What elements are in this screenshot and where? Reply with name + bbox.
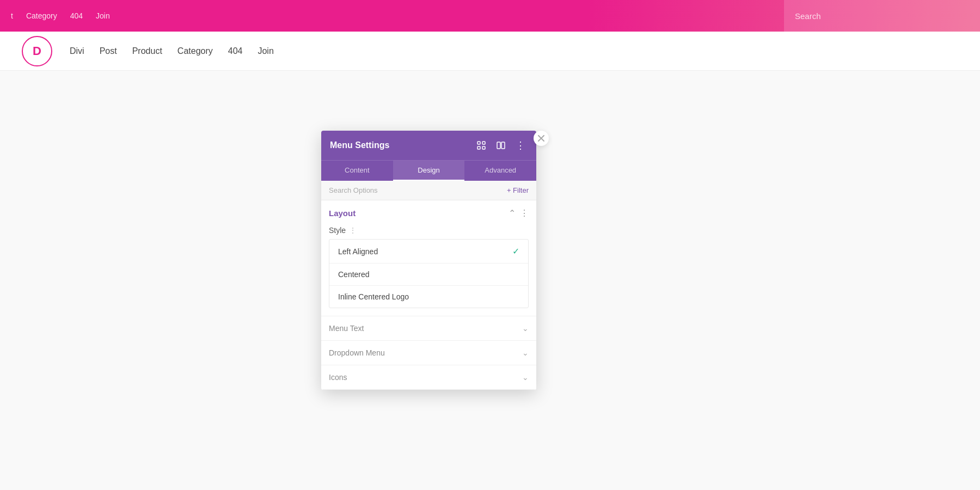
nav-item-divi[interactable]: Divi bbox=[70, 46, 84, 56]
svg-rect-1 bbox=[482, 142, 485, 144]
style-option-left-aligned-label: Left Aligned bbox=[338, 247, 378, 256]
dropdown-menu-chevron: ⌄ bbox=[522, 348, 529, 357]
admin-bar-search-label: Search bbox=[795, 11, 821, 21]
nav-item-join[interactable]: Join bbox=[258, 46, 273, 56]
nav-items: Divi Post Product Category 404 Join bbox=[70, 46, 274, 56]
layout-section-actions: ⌃ ⋮ bbox=[509, 208, 529, 218]
svg-rect-5 bbox=[501, 142, 505, 149]
admin-bar-search[interactable]: Search bbox=[784, 0, 980, 32]
style-option-centered[interactable]: Centered bbox=[329, 264, 528, 286]
layout-section-title: Layout bbox=[329, 209, 356, 218]
dropdown-menu-title: Dropdown Menu bbox=[329, 348, 385, 357]
check-icon: ✓ bbox=[512, 246, 519, 256]
tab-content[interactable]: Content bbox=[321, 161, 393, 181]
admin-bar: t Category 404 Join Search bbox=[0, 0, 980, 32]
tab-advanced[interactable]: Advanced bbox=[464, 161, 536, 181]
svg-rect-3 bbox=[482, 146, 485, 149]
admin-bar-item-join[interactable]: Join bbox=[96, 11, 110, 20]
main-nav: D Divi Post Product Category 404 Join bbox=[0, 32, 980, 71]
search-options-input[interactable]: Search Options bbox=[329, 186, 378, 194]
panel-body: Layout ⌃ ⋮ Style ⋮ Left Aligned ✓ bbox=[321, 200, 536, 390]
nav-item-post[interactable]: Post bbox=[100, 46, 117, 56]
nav-item-product[interactable]: Product bbox=[132, 46, 162, 56]
dropdown-menu-section[interactable]: Dropdown Menu ⌄ bbox=[321, 341, 536, 365]
style-option-inline-centered-logo[interactable]: Inline Centered Logo bbox=[329, 286, 528, 308]
layout-section: Layout ⌃ ⋮ Style ⋮ Left Aligned ✓ bbox=[321, 200, 536, 316]
style-option-centered-label: Centered bbox=[338, 270, 370, 279]
more-options-icon[interactable]: ⋮ bbox=[513, 138, 528, 152]
panel-header: Menu Settings ⋮ bbox=[321, 131, 536, 160]
style-option-left-aligned[interactable]: Left Aligned ✓ bbox=[329, 240, 528, 264]
style-option-inline-centered-logo-label: Inline Centered Logo bbox=[338, 292, 409, 301]
admin-bar-item-404[interactable]: 404 bbox=[70, 11, 83, 20]
layout-section-header: Layout ⌃ ⋮ bbox=[329, 200, 529, 224]
icons-chevron: ⌄ bbox=[522, 373, 529, 382]
layout-more-button[interactable]: ⋮ bbox=[520, 208, 529, 218]
logo[interactable]: D bbox=[22, 36, 52, 66]
filter-button[interactable]: + Filter bbox=[507, 186, 529, 194]
admin-bar-item-category[interactable]: Category bbox=[26, 11, 57, 20]
page-background: Menu Settings ⋮ Content Design Advanced … bbox=[0, 71, 980, 490]
panel-tabs: Content Design Advanced bbox=[321, 160, 536, 181]
tab-design[interactable]: Design bbox=[393, 161, 465, 181]
icons-title: Icons bbox=[329, 373, 347, 382]
style-label: Style bbox=[329, 226, 346, 235]
nav-item-404[interactable]: 404 bbox=[228, 46, 243, 56]
panel-header-icons: ⋮ bbox=[474, 138, 528, 152]
icons-section[interactable]: Icons ⌄ bbox=[321, 365, 536, 390]
fullscreen-icon[interactable] bbox=[474, 138, 488, 152]
menu-text-chevron: ⌄ bbox=[522, 324, 529, 333]
panel-title: Menu Settings bbox=[330, 140, 389, 150]
admin-bar-item-t[interactable]: t bbox=[11, 11, 13, 20]
search-options-bar: Search Options + Filter bbox=[321, 181, 536, 200]
menu-text-section[interactable]: Menu Text ⌄ bbox=[321, 316, 536, 341]
style-dropdown-list: Left Aligned ✓ Centered Inline Centered … bbox=[329, 239, 529, 308]
split-icon[interactable] bbox=[494, 138, 508, 152]
svg-rect-4 bbox=[497, 142, 500, 149]
style-more-icon[interactable]: ⋮ bbox=[349, 226, 357, 235]
menu-text-title: Menu Text bbox=[329, 324, 364, 333]
menu-settings-panel: Menu Settings ⋮ Content Design Advanced … bbox=[321, 131, 536, 390]
layout-collapse-button[interactable]: ⌃ bbox=[509, 208, 516, 218]
svg-rect-2 bbox=[477, 146, 480, 149]
style-label-row: Style ⋮ bbox=[329, 224, 529, 239]
panel-close-button[interactable] bbox=[534, 131, 549, 146]
svg-rect-0 bbox=[477, 142, 480, 144]
nav-item-category[interactable]: Category bbox=[177, 46, 213, 56]
